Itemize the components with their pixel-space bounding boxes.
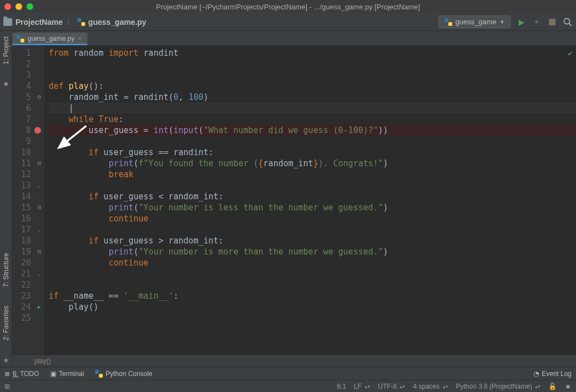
code-line[interactable]: print("Your number is less than the numb… [49,202,576,213]
python-file-icon [444,18,452,26]
file-tab-label: guess_game.py [28,35,75,43]
titlebar: ProjectName [~/PycharmProjects/ProjectNa… [0,0,576,13]
crumb-function: play() [34,357,51,365]
left-tool-strip: 1: Project ■ 7: Structure 2: Favorites ★ [0,31,12,367]
code-line[interactable]: while True: [49,114,576,125]
favorites-tool-tab[interactable]: 2: Favorites [2,303,10,344]
code-line[interactable]: play() [49,301,576,312]
code-line[interactable]: def play(): [49,81,576,92]
editor-tabs: guess_game.py × [12,31,576,45]
line-separator[interactable]: LF ▴▾ [354,383,370,390]
code-line[interactable]: continue [49,213,576,224]
breakpoint-icon[interactable] [34,127,41,134]
close-window[interactable] [4,3,11,10]
caret-position[interactable]: 6:1 [337,383,347,390]
code-line[interactable]: if user_guess > random_int: [49,235,576,246]
code-line[interactable] [49,268,576,279]
navbar: ProjectName 〉 guess_game.py guess_game ▼… [0,13,576,31]
terminal-icon: ▣ [50,370,56,378]
code-line[interactable] [49,59,576,70]
code-line[interactable] [49,279,576,290]
svg-line-1 [569,23,572,26]
code-line[interactable]: if __name__ == '__main__': [49,290,576,301]
minimize-window[interactable] [15,3,22,10]
file-tab[interactable]: guess_game.py × [12,33,87,45]
todo-tool-tab[interactable]: ≣ 6: TODO [4,370,39,378]
python-file-icon [77,18,85,26]
close-tab-icon[interactable]: × [78,35,82,43]
breadcrumb-file[interactable]: guess_game.py [88,18,146,27]
breadcrumb[interactable]: ProjectName 〉 guess_game.py [3,17,146,27]
code-editor[interactable]: 1234⊟567⊟8910⊟1112⌞1314⊟1516⌞1718⊟1920⌞2… [12,45,576,354]
event-log-tool-tab[interactable]: ◔ Event Log [533,370,572,378]
run-configuration-selector[interactable]: guess_game ▼ [438,15,511,28]
folder-icon [3,18,12,26]
indent-setting[interactable]: 4 spaces ▴▾ [413,383,448,390]
code-line[interactable]: print("Your number is more than the numb… [49,246,576,257]
terminal-tool-tab[interactable]: ▣ Terminal [50,370,84,378]
lock-icon[interactable]: 🔓 [548,383,557,390]
project-tool-tab[interactable]: 1: Project [2,33,10,68]
tools-menu-icon[interactable]: ⊞ [4,383,10,390]
breadcrumb-project[interactable]: ProjectName [15,18,63,27]
code-line[interactable]: continue [49,257,576,268]
code-line[interactable]: user_guess = int(input("What number did … [49,125,576,136]
line-gutter[interactable]: 1234⊟567⊟8910⊟1112⌞1314⊟1516⌞1718⊟1920⌞2… [12,45,44,354]
python-console-tool-tab[interactable]: Python Console [95,370,153,378]
code-line[interactable]: from random import randint [49,47,576,59]
debug-button[interactable]: ⌖ [532,17,542,27]
structure-tool-tab[interactable]: 7: Structure [2,250,10,290]
project-panel-icon[interactable]: ■ [4,80,8,88]
star-icon: ★ [3,356,9,364]
stop-button[interactable] [547,17,557,27]
window-title: ProjectName [~/PycharmProjects/ProjectNa… [156,3,420,11]
editor-breadcrumb[interactable]: play() [12,354,576,367]
run-button[interactable]: ▶ [516,17,526,27]
code-line[interactable]: random_int = randint(0, 100) [49,92,576,103]
code-line[interactable] [49,70,576,81]
python-file-icon [17,35,24,43]
svg-point-0 [564,18,570,24]
status-bar: ⊞ 6:1 LF ▴▾ UTF-8 ▴▾ 4 spaces ▴▾ Python … [0,380,576,392]
hector-icon[interactable]: ☻ [564,383,572,390]
chevron-down-icon: ▼ [500,19,505,25]
list-icon: ≣ [4,370,10,378]
code-line[interactable]: print(f"You found the number ({random_in… [49,158,576,169]
file-encoding[interactable]: UTF-8 ▴▾ [378,383,406,390]
code-content[interactable]: ✔ from random import randintdef play(): … [44,45,576,354]
chevron-right-icon: 〉 [66,17,74,27]
code-line[interactable] [49,180,576,191]
interpreter-selector[interactable]: Python 3.6 (ProjectName) ▴▾ [456,383,541,390]
code-line[interactable]: if user_guess == randint: [49,147,576,158]
run-config-name: guess_game [455,18,496,26]
event-log-icon: ◔ [533,370,539,378]
code-line[interactable] [49,224,576,235]
bottom-tool-bar: ≣ 6: TODO ▣ Terminal Python Console ◔ Ev… [0,367,576,380]
code-line[interactable]: if user_guess < random_int: [49,191,576,202]
code-line[interactable]: | [49,103,576,114]
search-button[interactable] [563,17,573,27]
maximize-window[interactable] [27,3,33,10]
code-line[interactable]: break [49,169,576,180]
code-line[interactable] [49,312,576,324]
python-icon [95,370,103,378]
code-line[interactable] [49,136,576,147]
